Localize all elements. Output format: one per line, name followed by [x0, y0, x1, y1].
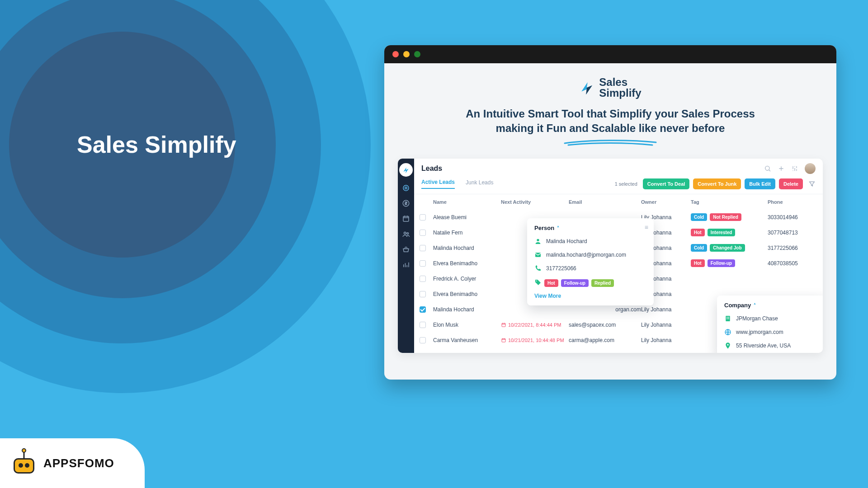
plus-icon[interactable] [778, 165, 785, 172]
main-pane: Leads Active Leads Junk Leads 1 selected… [414, 159, 823, 353]
tabs-row: Active Leads Junk Leads 1 selected Conve… [414, 177, 823, 194]
screenshot-panel: Sales Simplify An Intuitive Smart Tool t… [384, 45, 836, 380]
svg-rect-15 [726, 318, 727, 319]
row-checkbox[interactable] [420, 230, 426, 236]
col-owner[interactable]: Owner [641, 199, 691, 205]
svg-point-4 [404, 232, 406, 234]
convert-to-deal-button[interactable]: Convert To Deal [643, 178, 690, 189]
sidebar-logo-icon[interactable] [399, 163, 413, 177]
row-checkbox[interactable] [420, 306, 426, 313]
phone-icon [534, 265, 542, 272]
row-checkbox[interactable] [420, 276, 426, 282]
sidebar-dollar-icon[interactable] [402, 199, 410, 207]
logo-mark-icon [579, 80, 594, 95]
bulk-edit-button[interactable]: Bulk Edit [745, 178, 775, 189]
sidebar-target-icon[interactable] [402, 184, 410, 192]
tag-chip: Hot [691, 259, 705, 267]
row-checkbox[interactable] [420, 291, 426, 297]
brand-text: APPSFOMO [43, 456, 114, 470]
window-close-icon[interactable] [392, 51, 399, 57]
cell-activity: 10/22/2021, 8:44:44 PM [501, 322, 569, 328]
tag-chip: Hot [544, 279, 558, 287]
col-activity[interactable]: Next Activity [501, 199, 569, 205]
row-checkbox[interactable] [420, 260, 426, 267]
chevron-up-icon[interactable]: ˄ [754, 303, 756, 308]
col-tag[interactable]: Tag [691, 199, 768, 205]
row-checkbox[interactable] [420, 245, 426, 251]
cell-tags: HotFollow-up [691, 259, 768, 267]
cell-owner: Lily Johanna [641, 306, 691, 313]
filter-icon[interactable] [808, 180, 816, 188]
company-card: Company ˄ JPMorgan Chase www.jpmorgan.co… [717, 296, 823, 353]
tag-chip: Cold [691, 213, 707, 221]
company-card-title: Company ˄ [724, 302, 818, 309]
cell-owner: Lily Johanna [641, 322, 691, 328]
tab-junk-leads[interactable]: Junk Leads [466, 179, 493, 188]
tagline-line-1: An Intuitive Smart Tool that Simplify yo… [466, 108, 755, 120]
col-name[interactable]: Name [433, 199, 501, 205]
page-title: Leads [421, 164, 442, 173]
view-more-link[interactable]: View More [534, 293, 646, 299]
cell-email: sales@spacex.com [569, 322, 641, 328]
sidebar-chart-icon[interactable] [402, 261, 410, 269]
window-minimize-icon[interactable] [403, 51, 410, 57]
avatar[interactable] [805, 163, 816, 174]
cell-email: carma@apple.com [569, 337, 641, 343]
tag-chip: Interested [708, 229, 736, 236]
sidebar-calendar-icon[interactable] [402, 215, 410, 223]
cell-name: Natalie Fern [433, 230, 501, 236]
tagline-line-2: making it Fun and Scalable like never be… [496, 122, 725, 134]
logo-text-bottom: Simplify [599, 88, 641, 99]
cell-name: Malinda Hochard [433, 245, 501, 251]
brand-badge: APPSFOMO [0, 438, 145, 488]
sidebar [398, 159, 414, 353]
sidebar-basket-icon[interactable] [402, 245, 410, 253]
delete-button[interactable]: Delete [779, 178, 803, 189]
search-icon[interactable] [764, 165, 771, 172]
svg-rect-7 [502, 323, 505, 327]
tab-active-leads[interactable]: Active Leads [421, 179, 455, 189]
svg-rect-8 [502, 338, 505, 342]
cell-name: Alease Buemi [433, 214, 501, 221]
row-checkbox[interactable] [420, 214, 426, 221]
window-zoom-icon[interactable] [414, 51, 420, 57]
svg-point-0 [403, 185, 409, 191]
tag-chip: Cold [691, 244, 707, 252]
cell-activity: 10/21/2021, 10:44:48 PM [501, 338, 569, 343]
row-checkbox[interactable] [420, 322, 426, 328]
sidebar-people-icon[interactable] [402, 230, 410, 238]
pin-icon [724, 342, 731, 349]
tag-chip: Replied [591, 279, 614, 287]
tag-chip: Not Replied [710, 213, 741, 221]
cell-phone: 3033014946 [768, 214, 817, 221]
convert-to-junk-button[interactable]: Convert To Junk [693, 178, 741, 189]
card-menu-icon[interactable]: ≡ [645, 224, 648, 231]
row-checkbox[interactable] [420, 337, 426, 343]
cell-tags: HotInterested [691, 229, 768, 236]
svg-point-1 [405, 187, 407, 189]
selected-count: 1 selected [615, 181, 637, 187]
cell-owner: Lily Johanna [641, 337, 691, 343]
chevron-up-icon[interactable]: ˄ [557, 225, 559, 230]
person-name: Malinda Hochard [546, 238, 587, 244]
col-email[interactable]: Email [569, 199, 641, 205]
building-icon [724, 315, 731, 322]
tag-chip: Hot [691, 229, 705, 236]
logo-text: Sales Simplify [599, 77, 641, 99]
cell-tags: ColdChanged Job [691, 244, 768, 252]
col-phone[interactable]: Phone [768, 199, 817, 205]
company-address: 55 Riverside Ave, USA [736, 343, 791, 349]
svg-rect-3 [403, 216, 409, 221]
svg-point-18 [727, 344, 728, 345]
cell-name: Elvera Benimadho [433, 291, 501, 297]
person-card: Person ˄ ≡ Malinda Hochard malinda.hocha… [527, 218, 654, 305]
table-header: Name Next Activity Email Owner Tag Phone [414, 194, 823, 210]
svg-rect-12 [726, 316, 730, 321]
company-url: www.jpmorgan.com [736, 329, 783, 335]
tag-icon [534, 279, 542, 286]
cell-phone: 4087038505 [768, 260, 817, 267]
svg-point-9 [537, 239, 539, 241]
sliders-icon[interactable] [791, 165, 798, 172]
cell-phone: 3177225066 [768, 245, 817, 251]
robot-icon [11, 450, 37, 476]
